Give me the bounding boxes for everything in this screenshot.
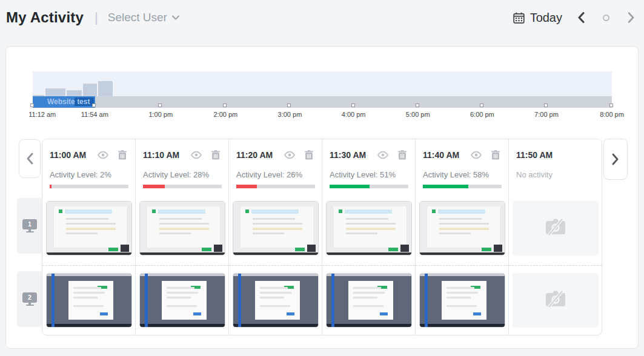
carousel-prev-button[interactable] <box>19 139 41 178</box>
screenshot-thumbnail[interactable] <box>326 201 412 255</box>
histogram-bar <box>67 90 82 96</box>
calendar-icon <box>513 12 525 24</box>
view-icon[interactable] <box>470 151 482 159</box>
no-screenshot-icon <box>545 218 566 239</box>
circle-icon <box>603 15 609 21</box>
screenshot-thumbnail[interactable] <box>326 273 412 328</box>
current-day-button[interactable] <box>585 15 609 21</box>
screenshot-thumbnail[interactable] <box>233 273 319 328</box>
timeline-handle[interactable] <box>351 104 355 107</box>
select-user-dropdown[interactable]: Select User <box>108 11 179 24</box>
view-icon[interactable] <box>97 151 109 159</box>
date-label[interactable]: Today <box>530 11 562 25</box>
monitor-number: 1 <box>22 219 37 229</box>
activity-level-text: Activity Level: 2% <box>50 170 128 179</box>
activity-bar <box>330 185 408 188</box>
timeline-tick-label: 7:00 pm <box>534 111 559 118</box>
monitor-icon: 2 <box>22 292 37 306</box>
select-user-label: Select User <box>108 11 167 24</box>
screenshot-grid: 11:00 AM Activity Level: 2% 11:10 AM <box>42 139 602 335</box>
no-screenshot-icon <box>545 290 566 311</box>
carousel-next-button[interactable] <box>603 139 628 180</box>
activity-level-text: Activity Level: 28% <box>143 170 221 179</box>
timeline-tick-label: 5:00 pm <box>406 111 430 118</box>
screenshot-card: 11:00 AM Activity Level: 2% <box>42 139 136 335</box>
card-time: 11:30 AM <box>330 150 377 160</box>
timeline-handle[interactable] <box>416 104 419 107</box>
chevron-left-icon <box>26 153 33 165</box>
card-time: 11:50 AM <box>516 150 594 160</box>
view-icon[interactable] <box>284 151 296 159</box>
trash-icon[interactable] <box>305 150 313 160</box>
view-icon[interactable] <box>377 151 389 159</box>
timeline-tick-label: 4:00 pm <box>342 111 366 118</box>
header-divider: | <box>95 10 98 25</box>
timeline-tick-label: 11:54 am <box>81 111 108 118</box>
screenshot-card: 11:10 AM Activity Level: 28% <box>136 139 229 335</box>
trash-icon[interactable] <box>118 150 127 160</box>
timeline-handle[interactable] <box>158 104 162 107</box>
screenshot-thumbnail[interactable] <box>419 273 505 328</box>
monitor-number: 2 <box>22 292 37 303</box>
screenshot-thumbnail[interactable] <box>139 273 225 328</box>
screenshot-thumbnail[interactable] <box>46 201 132 255</box>
activity-level-text: Activity Level: 26% <box>236 170 314 179</box>
screenshot-thumbnail <box>513 201 599 255</box>
timeline-handle[interactable] <box>480 104 483 107</box>
card-time: 11:10 AM <box>143 150 190 160</box>
histogram-bar <box>83 84 97 96</box>
timeline: Website test 11:12 am11:54 am1:00 pm2:00… <box>33 71 612 121</box>
timeline-handle[interactable] <box>92 104 96 107</box>
activity-panel: Website test 11:12 am11:54 am1:00 pm2:00… <box>5 46 639 349</box>
screenshot-thumbnail <box>513 273 599 328</box>
timeline-tick-label: 2:00 pm <box>213 111 237 118</box>
activity-level-text: Activity Level: 51% <box>330 170 408 179</box>
timeline-handle[interactable] <box>30 104 34 107</box>
timeline-tick-label: 6:00 pm <box>470 111 494 118</box>
card-time: 11:00 AM <box>50 150 97 160</box>
screenshot-card: 11:50 AM No activity <box>509 139 602 335</box>
screenshot-thumbnail[interactable] <box>46 273 132 328</box>
activity-level-text: No activity <box>516 170 594 179</box>
next-day-button[interactable] <box>628 12 634 23</box>
card-time: 11:40 AM <box>423 150 470 160</box>
activity-bar <box>50 185 128 188</box>
screenshot-thumbnail[interactable] <box>233 201 319 255</box>
chevron-down-icon <box>172 15 179 20</box>
top-header: My Activity | Select User Today <box>0 0 644 35</box>
monitor-1-tile: 1 <box>17 198 42 254</box>
page-title: My Activity <box>6 9 84 26</box>
trash-icon[interactable] <box>398 150 407 160</box>
screenshot-card: 11:40 AM Activity Level: 58% <box>416 139 509 335</box>
screenshot-thumbnail[interactable] <box>139 201 225 255</box>
card-time: 11:20 AM <box>236 150 284 160</box>
chevron-right-icon <box>612 153 619 165</box>
timeline-handle[interactable] <box>609 104 613 107</box>
timeline-handle[interactable] <box>544 104 548 107</box>
monitor-icon: 1 <box>22 219 37 233</box>
activity-level-text: Activity Level: 58% <box>423 170 501 179</box>
screenshot-card: 11:30 AM Activity Level: 51% <box>322 139 416 335</box>
timeline-tick-label: 11:12 am <box>28 111 56 118</box>
histogram-bar <box>45 88 65 96</box>
trash-icon[interactable] <box>491 150 500 160</box>
trash-icon[interactable] <box>211 150 220 160</box>
timeline-handle[interactable] <box>223 104 227 107</box>
timeline-handles <box>33 104 612 108</box>
timeline-selection-label: Website test <box>47 96 90 108</box>
view-icon[interactable] <box>190 151 202 159</box>
activity-bar <box>423 185 502 188</box>
timeline-tick-label: 8:00 pm <box>600 111 624 118</box>
timeline-tick-labels: 11:12 am11:54 am1:00 pm2:00 pm3:00 pm4:0… <box>33 111 612 119</box>
timeline-handle[interactable] <box>287 104 291 107</box>
timeline-tick-label: 1:00 pm <box>148 111 173 118</box>
monitor-2-tile: 2 <box>17 271 42 327</box>
activity-bar <box>236 185 315 188</box>
histogram-bar <box>98 81 113 96</box>
screenshot-thumbnail[interactable] <box>419 201 505 255</box>
prev-day-button[interactable] <box>578 12 585 23</box>
activity-bar <box>143 185 222 188</box>
timeline-tick-label: 3:00 pm <box>278 111 302 118</box>
activity-histogram <box>33 71 612 96</box>
screenshot-card: 11:20 AM Activity Level: 26% <box>229 139 322 335</box>
